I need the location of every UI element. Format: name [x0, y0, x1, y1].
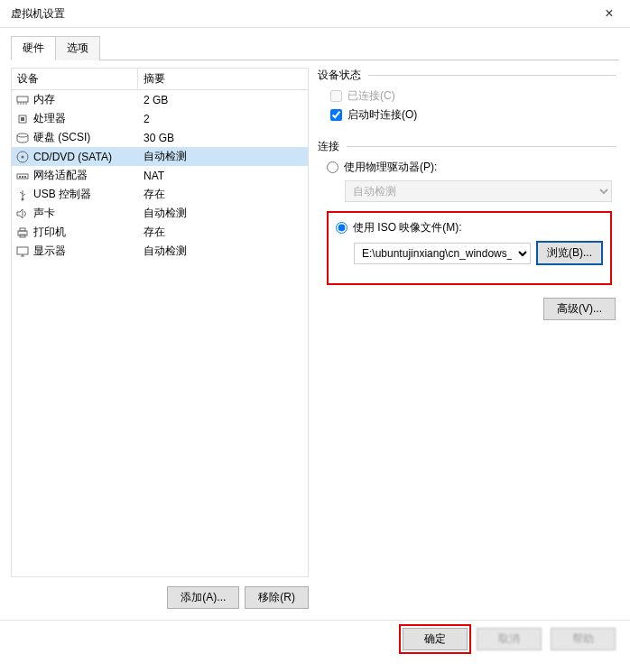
- table-row[interactable]: 声卡自动检测: [12, 204, 308, 223]
- cd-icon: [15, 151, 30, 163]
- table-row[interactable]: 打印机存在: [12, 223, 308, 242]
- radio-iso-input[interactable]: [336, 222, 347, 234]
- group-connection-label: 连接: [318, 140, 339, 154]
- col-header-device: 设备: [12, 69, 138, 89]
- svg-point-7: [17, 133, 28, 137]
- svg-rect-11: [19, 176, 21, 178]
- window-title: 虚拟机设置: [11, 6, 65, 22]
- close-icon[interactable]: ×: [596, 5, 623, 22]
- svg-rect-22: [17, 247, 28, 254]
- device-summary: 自动检测: [138, 204, 308, 223]
- device-name: 显示器: [33, 244, 66, 259]
- device-name: 声卡: [33, 206, 55, 221]
- device-name: USB 控制器: [33, 187, 91, 202]
- ok-button[interactable]: 确定: [403, 628, 468, 650]
- radio-physical-input[interactable]: [327, 161, 338, 173]
- device-name: 网络适配器: [33, 168, 88, 183]
- device-name: 打印机: [33, 225, 66, 240]
- cpu-icon: [15, 113, 30, 125]
- radio-iso-label: 使用 ISO 映像文件(M):: [353, 220, 462, 235]
- iso-highlight-box: 使用 ISO 映像文件(M): E:\ubuntujinxiang\cn_win…: [327, 211, 612, 285]
- device-table: 设备 摘要 内存2 GB处理器2硬盘 (SCSI)30 GBCD/DVD (SA…: [11, 68, 309, 577]
- checkbox-connected-input: [330, 90, 342, 102]
- radio-iso[interactable]: 使用 ISO 映像文件(M):: [336, 220, 603, 235]
- svg-rect-12: [22, 176, 23, 178]
- table-row[interactable]: CD/DVD (SATA)自动检测: [12, 147, 308, 166]
- device-name: 处理器: [33, 111, 66, 126]
- table-row[interactable]: 处理器2: [12, 109, 308, 128]
- memory-icon: [15, 94, 30, 106]
- device-summary: NAT: [138, 168, 308, 184]
- checkbox-connect-poweron[interactable]: 启动时连接(O): [330, 107, 612, 123]
- checkbox-connected-label: 已连接(C): [347, 88, 395, 104]
- net-icon: [15, 170, 30, 182]
- group-device-status-label: 设备状态: [318, 69, 361, 83]
- device-summary: 自动检测: [138, 242, 308, 261]
- table-row[interactable]: 硬盘 (SCSI)30 GB: [12, 128, 308, 147]
- remove-button[interactable]: 移除(R): [245, 586, 309, 609]
- checkbox-connect-poweron-label: 启动时连接(O): [347, 107, 417, 123]
- iso-path-select[interactable]: E:\ubuntujinxiang\cn_windows_: [354, 243, 531, 264]
- device-summary: 30 GB: [138, 130, 308, 146]
- table-row[interactable]: 显示器自动检测: [12, 242, 308, 261]
- add-button[interactable]: 添加(A)...: [167, 586, 239, 609]
- col-header-summary: 摘要: [138, 69, 308, 89]
- svg-rect-20: [20, 228, 25, 231]
- table-row[interactable]: USB 控制器存在: [12, 185, 308, 204]
- device-summary: 自动检测: [138, 147, 308, 166]
- dialog-footer: 确定 取消 帮助: [0, 620, 630, 661]
- svg-point-9: [22, 155, 24, 158]
- device-summary: 2 GB: [138, 92, 308, 108]
- advanced-button[interactable]: 高级(V)...: [543, 298, 616, 320]
- svg-rect-0: [17, 97, 28, 102]
- sound-icon: [15, 207, 30, 220]
- display-icon: [15, 245, 30, 258]
- disk-icon: [15, 132, 30, 144]
- device-summary: 存在: [138, 223, 308, 242]
- svg-rect-13: [24, 176, 26, 178]
- radio-physical[interactable]: 使用物理驱动器(P):: [327, 160, 612, 175]
- table-row[interactable]: 网络适配器NAT: [12, 166, 308, 185]
- svg-rect-6: [21, 117, 24, 121]
- table-row[interactable]: 内存2 GB: [12, 90, 308, 109]
- checkbox-connect-poweron-input[interactable]: [330, 109, 342, 121]
- device-name: 硬盘 (SCSI): [33, 130, 90, 145]
- radio-physical-label: 使用物理驱动器(P):: [344, 160, 437, 175]
- checkbox-connected: 已连接(C): [330, 88, 612, 104]
- tab-options[interactable]: 选项: [56, 36, 100, 60]
- tab-hardware[interactable]: 硬件: [11, 36, 56, 60]
- svg-marker-18: [17, 209, 23, 218]
- help-button[interactable]: 帮助: [551, 628, 616, 650]
- browse-button[interactable]: 浏览(B)...: [536, 241, 603, 265]
- usb-icon: [15, 189, 30, 201]
- device-name: 内存: [33, 92, 55, 107]
- physical-drive-select: 自动检测: [345, 180, 612, 202]
- cancel-button[interactable]: 取消: [477, 628, 542, 650]
- printer-icon: [15, 226, 30, 239]
- tab-bar: 硬件 选项: [11, 35, 619, 60]
- device-summary: 存在: [138, 185, 308, 204]
- device-name: CD/DVD (SATA): [33, 151, 112, 163]
- device-summary: 2: [138, 111, 308, 127]
